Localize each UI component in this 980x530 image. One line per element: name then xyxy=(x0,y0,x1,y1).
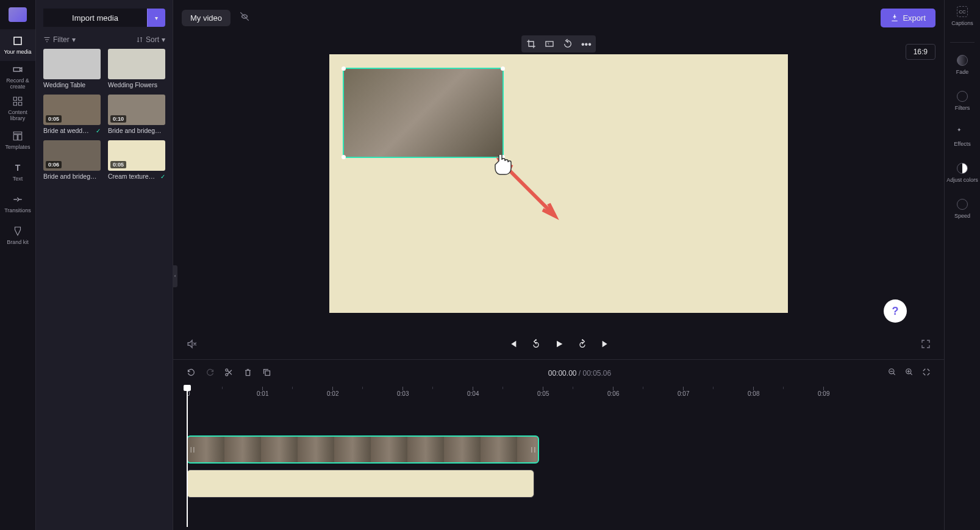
ruler-tick: 0:07 xyxy=(678,387,689,397)
selected-clip-on-canvas[interactable] xyxy=(343,68,504,158)
template-icon xyxy=(12,131,23,141)
media-thumb[interactable]: 0:05 Bride at wedd…✓ xyxy=(43,95,101,134)
nav-label: Templates xyxy=(5,144,30,150)
export-label: Export xyxy=(903,13,926,23)
effects-icon: ✦ xyxy=(957,127,968,138)
ruler-tick: 0:03 xyxy=(397,387,409,397)
ruler-tick: 0:01 xyxy=(257,387,268,397)
mute-icon[interactable] xyxy=(187,338,198,352)
right-nav-effects[interactable]: ✦ Effects xyxy=(954,127,970,147)
skip-start-button[interactable] xyxy=(508,339,518,351)
delete-button[interactable] xyxy=(243,368,252,379)
rotate-icon[interactable] xyxy=(563,39,573,49)
ruler-tick: 0:09 xyxy=(818,387,829,397)
zoom-out-button[interactable] xyxy=(888,368,896,379)
svg-point-1 xyxy=(226,368,228,371)
selection-toolbar: ••• xyxy=(521,35,596,52)
nav-brand-kit[interactable]: Brand kit xyxy=(0,220,35,251)
right-nav-filters[interactable]: Filters xyxy=(955,91,970,111)
right-nav-adjust-colors[interactable]: Adjust colors xyxy=(946,163,978,183)
forward-10-button[interactable] xyxy=(578,339,587,351)
media-thumb[interactable]: Wedding Flowers xyxy=(108,49,165,88)
timeline: 00:00.00 / 00:05.06 00:010:020:030:040:0… xyxy=(173,359,944,530)
text-icon: T xyxy=(12,162,23,173)
redo-button[interactable] xyxy=(206,368,215,379)
undo-button[interactable] xyxy=(187,368,196,379)
svg-point-2 xyxy=(226,373,228,376)
export-button[interactable]: Export xyxy=(881,9,935,27)
ruler-tick: 0:05 xyxy=(537,387,549,397)
svg-rect-0 xyxy=(546,41,553,46)
media-thumb[interactable]: 0:05 Cream texture…✓ xyxy=(108,140,165,180)
app-logo[interactable] xyxy=(9,7,27,22)
svg-rect-3 xyxy=(265,371,270,376)
timeline-clip-background[interactable] xyxy=(187,470,534,498)
play-button[interactable] xyxy=(554,339,564,351)
left-nav-rail: Your media Record & create Content libra… xyxy=(0,0,36,530)
grid-icon xyxy=(12,96,23,107)
ruler-tick: 0:06 xyxy=(607,387,619,397)
nav-label: Your media xyxy=(4,49,31,55)
nav-label: Record & create xyxy=(0,77,35,90)
camera-icon xyxy=(12,64,23,75)
sort-button[interactable]: Sort ▾ xyxy=(136,35,165,44)
filter-button[interactable]: Filter ▾ xyxy=(43,35,76,44)
adjust-icon xyxy=(957,163,968,174)
nav-record-create[interactable]: Record & create xyxy=(0,61,35,93)
ruler-tick: 0:02 xyxy=(327,387,338,397)
aspect-icon[interactable] xyxy=(545,39,554,49)
nav-label: Content library xyxy=(0,109,35,121)
import-media-label: Import media xyxy=(43,9,147,27)
crop-icon[interactable] xyxy=(526,39,536,49)
media-grid: Wedding Table Wedding Flowers0:05 Bride … xyxy=(43,49,165,180)
ruler-tick: 0:04 xyxy=(467,387,479,397)
transitions-icon xyxy=(12,194,23,205)
more-icon[interactable]: ••• xyxy=(581,39,591,49)
import-caret[interactable]: ▾ xyxy=(147,9,165,27)
nav-label: Text xyxy=(13,176,23,182)
speed-icon xyxy=(957,199,968,210)
nav-label: Transitions xyxy=(4,207,31,213)
timecode: 00:00.00 / 00:05.06 xyxy=(548,369,611,378)
right-nav-speed[interactable]: Speed xyxy=(954,199,970,219)
top-bar: My video Export xyxy=(173,0,944,35)
fit-button[interactable] xyxy=(922,368,931,379)
background-track[interactable] xyxy=(187,470,944,498)
playhead[interactable] xyxy=(187,387,188,527)
stage-area: ••• 16:9 xyxy=(173,35,944,359)
canvas[interactable] xyxy=(329,54,788,313)
duplicate-button[interactable] xyxy=(262,368,271,379)
nav-transitions[interactable]: Transitions xyxy=(0,188,35,220)
filters-icon xyxy=(957,91,968,102)
zoom-in-button[interactable] xyxy=(905,368,914,379)
sync-icon[interactable] xyxy=(239,11,250,24)
fullscreen-button[interactable] xyxy=(921,339,931,351)
resize-hint-overlay xyxy=(494,155,567,252)
media-thumb[interactable]: 0:10 Bride and brideg… xyxy=(108,95,165,134)
playback-controls xyxy=(173,331,944,359)
rewind-10-button[interactable] xyxy=(531,339,541,351)
fade-icon xyxy=(957,55,968,66)
media-thumb[interactable]: Wedding Table xyxy=(43,49,101,88)
brand-icon xyxy=(12,226,23,237)
media-panel: Import media ▾ Filter ▾ Sort ▾ Wedding T… xyxy=(36,0,173,530)
nav-label: Brand kit xyxy=(7,239,29,245)
right-nav-fade[interactable]: Fade xyxy=(956,55,969,75)
help-button[interactable]: ? xyxy=(884,299,907,323)
right-nav-captions[interactable]: CC Captions xyxy=(951,6,973,26)
nav-your-media[interactable]: Your media xyxy=(0,29,35,61)
media-icon xyxy=(12,35,23,46)
time-ruler[interactable]: 00:010:020:030:040:050:060:070:080:09 xyxy=(187,387,944,400)
media-thumb[interactable]: 0:06 Bride and brideg… xyxy=(43,140,101,180)
video-track[interactable] xyxy=(187,435,944,464)
nav-templates[interactable]: Templates xyxy=(0,124,35,156)
nav-text[interactable]: T Text xyxy=(0,156,35,188)
main-area: My video Export ••• 16:9 xyxy=(173,0,944,530)
nav-content-library[interactable]: Content library xyxy=(0,93,35,124)
import-media-button[interactable]: Import media ▾ xyxy=(43,9,165,27)
split-button[interactable] xyxy=(224,368,234,379)
skip-end-button[interactable] xyxy=(601,339,610,351)
captions-icon: CC xyxy=(957,6,968,17)
timeline-clip-video[interactable] xyxy=(187,435,539,464)
video-title[interactable]: My video xyxy=(182,10,231,26)
